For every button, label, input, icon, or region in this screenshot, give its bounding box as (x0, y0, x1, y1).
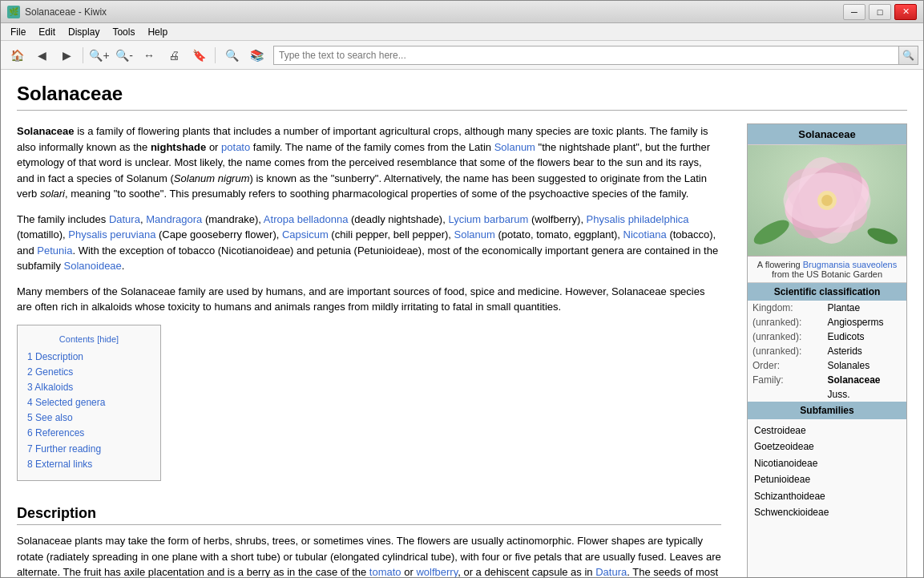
atropa-link[interactable]: Atropa belladonna (264, 213, 349, 225)
classification-label-unranked2: (unranked): (748, 329, 822, 344)
brugmansia-link[interactable]: Brugmansia suaveolens (803, 260, 897, 269)
classification-label-order: Order: (748, 358, 822, 373)
classification-row-kingdom: Kingdom: Plantae (748, 301, 906, 315)
toolbar-separator-2 (215, 47, 216, 63)
subfamilies-list: Cestroideae Goetzeoideae Nicotianoideae … (748, 419, 906, 523)
toc-link-alkaloids[interactable]: 3 Alkaloids (27, 382, 73, 393)
toc-item-1: 1 Description (27, 350, 151, 365)
infobox-caption: A flowering Brugmansia suaveolens from t… (748, 257, 906, 283)
petunia-link[interactable]: Petunia (37, 245, 72, 257)
toc-link-further-reading[interactable]: 7 Further reading (27, 443, 101, 455)
library-button[interactable]: 📚 (245, 45, 268, 66)
classification-value-kingdom: Plantae (822, 301, 906, 315)
wolfberry-link[interactable]: wolfberry (416, 566, 458, 577)
potato-link[interactable]: potato (221, 141, 250, 153)
classification-value-author: Juss. (822, 387, 906, 402)
forward-button[interactable]: ▶ (55, 45, 78, 66)
toc-link-description[interactable]: 1 Description (27, 351, 83, 362)
datura-link[interactable]: Datura (109, 213, 140, 225)
toolbar-separator-1 (83, 47, 83, 63)
window-controls: ─ □ ✕ (843, 4, 917, 20)
toc-item-3: 3 Alkaloids (27, 380, 151, 395)
fit-width-button[interactable]: ↔ (138, 45, 160, 66)
window-title: Solanaceae - Kiwix (25, 6, 107, 18)
back-button[interactable]: ◀ (30, 45, 53, 66)
minimize-button[interactable]: ─ (843, 4, 865, 20)
subfamily-schwenckioideae: Schwenckioideae (754, 504, 900, 520)
toc-hide-button[interactable]: [hide] (97, 334, 119, 344)
classification-row-unranked3: (unranked): Asterids (748, 344, 906, 358)
search-bar: 🔍 (273, 46, 918, 65)
maximize-button[interactable]: □ (869, 4, 891, 20)
classification-value-unranked3: Asterids (822, 344, 906, 358)
title-bar-left: 🌿 Solanaceae - Kiwix (7, 6, 107, 18)
solanum-link[interactable]: Solanum (494, 141, 535, 153)
datura-link2[interactable]: Datura (595, 566, 627, 577)
subfamily-nicotianoideae: Nicotianoideae (754, 455, 900, 471)
bookmark-button[interactable]: 🔖 (188, 45, 210, 66)
solanoideae-link[interactable]: Solanoideae (64, 260, 122, 272)
toc-link-see-also[interactable]: 5 See also (27, 412, 73, 423)
table-of-contents: Contents [hide] 1 Description 2 Genetics… (17, 325, 161, 482)
page-content: Solanaceae Solanaceae is a family of flo… (1, 70, 923, 577)
app-window: 🌿 Solanaceae - Kiwix ─ □ ✕ File Edit Dis… (0, 0, 924, 578)
menu-file[interactable]: File (4, 25, 32, 39)
toc-link-genetics[interactable]: 2 Genetics (27, 366, 73, 378)
tomato-link[interactable]: tomato (369, 566, 401, 577)
classification-label-author (748, 387, 822, 402)
toc-item-6: 6 References (27, 426, 151, 441)
scientific-classification-title: Scientific classification (748, 283, 906, 301)
content-area: Solanaceae Solanaceae is a family of flo… (1, 70, 923, 577)
toc-item-7: 7 Further reading (27, 442, 151, 457)
intro-paragraph-3: Many members of the Solanaceae family ar… (17, 284, 721, 315)
search-submit-button[interactable]: 🔍 (899, 46, 918, 65)
close-button[interactable]: ✕ (894, 4, 917, 20)
svg-point-7 (821, 195, 833, 206)
toc-link-references[interactable]: 6 References (27, 427, 84, 439)
classification-value-order: Solanales (822, 358, 906, 373)
physalis-p-link[interactable]: Physalis philadelphica (587, 213, 689, 225)
physalis-per-link[interactable]: Physalis peruviana (68, 228, 155, 240)
infobox-image (748, 144, 906, 257)
article-body: Solanaceae is a family of flowering plan… (17, 123, 907, 577)
infobox: Solanaceae (747, 123, 907, 577)
subfamily-petunioideae: Petunioideae (754, 471, 900, 487)
capsicum-link[interactable]: Capsicum (282, 228, 329, 240)
description-paragraph-1: Solanaceae plants may take the form of h… (17, 533, 721, 577)
classification-row-order: Order: Solanales (748, 358, 906, 373)
lycium-link[interactable]: Lycium barbarum (448, 213, 528, 225)
toolbar: 🏠 ◀ ▶ 🔍+ 🔍- ↔ 🖨 🔖 🔍 📚 🔍 (1, 41, 923, 70)
description-heading: Description (17, 505, 721, 525)
menu-edit[interactable]: Edit (32, 25, 62, 39)
toc-title: Contents [hide] (27, 333, 151, 345)
nicotiana-link[interactable]: Nicotiana (623, 228, 667, 240)
print-button[interactable]: 🖨 (163, 45, 185, 66)
classification-table: Kingdom: Plantae (unranked): Angiosperms… (748, 301, 906, 402)
toc-item-8: 8 External links (27, 457, 151, 472)
solanum-link2[interactable]: Solanum (454, 228, 495, 240)
toc-link-external-links[interactable]: 8 External links (27, 459, 92, 470)
menu-help[interactable]: Help (141, 25, 174, 39)
menu-display[interactable]: Display (62, 25, 106, 39)
classification-label-family: Family: (748, 373, 822, 387)
zoom-out-button[interactable]: 🔍- (113, 45, 135, 66)
subfamilies-title: Subfamilies (748, 402, 906, 419)
subfamily-cestroideae: Cestroideae (754, 422, 900, 439)
article-text: Solanaceae is a family of flowering plan… (17, 123, 721, 577)
search-input[interactable] (273, 46, 899, 65)
subfamily-schizanthoideae: Schizanthoideae (754, 488, 900, 504)
toc-link-selected-genera[interactable]: 4 Selected genera (27, 397, 105, 408)
zoom-in-button[interactable]: 🔍+ (88, 45, 111, 66)
home-button[interactable]: 🏠 (6, 45, 28, 66)
classification-row-unranked2: (unranked): Eudicots (748, 329, 906, 344)
menu-tools[interactable]: Tools (106, 25, 141, 39)
classification-label-unranked1: (unranked): (748, 315, 822, 329)
classification-row-unranked1: (unranked): Angiosperms (748, 315, 906, 329)
flower-illustration (748, 144, 906, 257)
classification-value-unranked1: Angiosperms (822, 315, 906, 329)
title-bar: 🌿 Solanaceae - Kiwix ─ □ ✕ (1, 1, 923, 23)
mandragora-link[interactable]: Mandragora (146, 213, 202, 225)
classification-label-unranked3: (unranked): (748, 344, 822, 358)
find-button[interactable]: 🔍 (220, 45, 243, 66)
toc-list: 1 Description 2 Genetics 3 Alkaloids 4 S… (27, 350, 151, 473)
